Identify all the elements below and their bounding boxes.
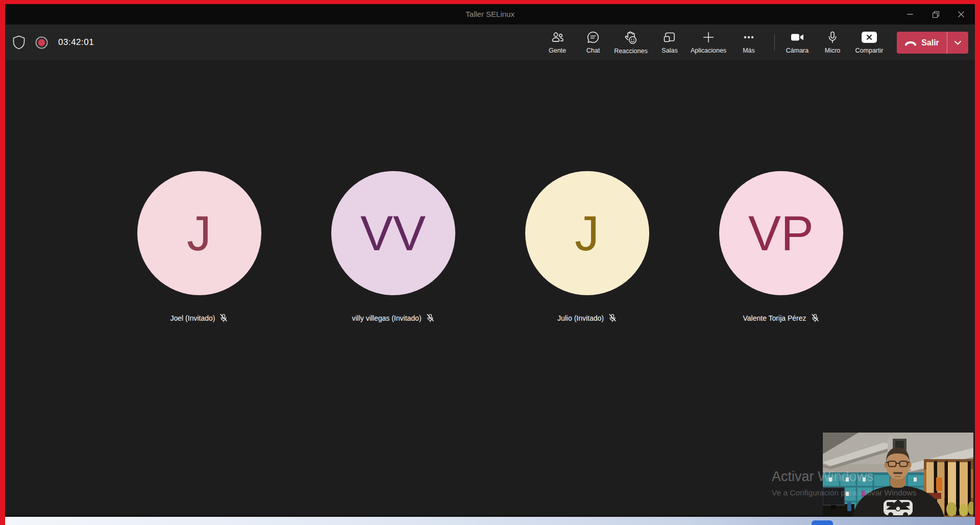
window-title: Taller SELinux — [5, 4, 975, 25]
participant-avatar: J — [525, 171, 649, 295]
leave-button-label: Salir — [921, 38, 939, 47]
mic-muted-icon — [608, 314, 617, 322]
apps-button[interactable]: Aplicaciones — [683, 25, 734, 60]
close-icon — [958, 11, 964, 17]
reactions-button-label: Reacciones — [614, 47, 647, 55]
people-button-label: Gente — [549, 47, 566, 54]
participant-name: Julio (Invitado) — [557, 314, 604, 322]
self-video[interactable] — [823, 433, 973, 517]
mic-icon — [826, 31, 839, 44]
screen-share-border — [0, 0, 5, 525]
self-video-frame — [823, 433, 973, 517]
more-button-label: Más — [743, 47, 755, 54]
meeting-toolbar: 03:42:01 Gente Chat — [5, 25, 975, 60]
meeting-status-group: 03:42:01 — [13, 25, 94, 60]
toolbar-divider — [774, 34, 775, 51]
screen-share-border — [0, 0, 980, 4]
chat-button[interactable]: Chat — [578, 25, 608, 60]
rooms-button[interactable]: Salas — [654, 25, 685, 60]
participant-name-row: Valente Torija Pérez — [743, 314, 819, 322]
hang-up-icon — [904, 40, 917, 46]
window-controls — [897, 4, 974, 25]
participant-name-row: villy villegas (Invitado) — [352, 314, 434, 322]
people-button[interactable]: Gente — [541, 25, 574, 60]
breakout-rooms-icon — [663, 31, 676, 44]
mic-muted-icon — [219, 314, 228, 322]
participant-name-row: Julio (Invitado) — [557, 314, 617, 322]
participant-name: Valente Torija Pérez — [743, 314, 806, 322]
restore-button[interactable] — [923, 4, 948, 25]
participant-tile[interactable]: VV villy villegas (Invitado) — [331, 171, 455, 515]
share-button-label: Compartir — [855, 47, 884, 54]
shield-icon — [13, 35, 25, 50]
participant-initials: J — [575, 209, 599, 258]
camera-icon — [790, 31, 804, 44]
stop-share-icon — [861, 31, 877, 44]
participant-initials: VV — [360, 209, 426, 258]
chat-bubble-icon — [586, 31, 600, 44]
participant-initials: VP — [748, 209, 814, 258]
close-button[interactable] — [948, 4, 974, 25]
record-dot-icon — [35, 36, 48, 49]
screen-share-border — [975, 0, 980, 525]
meeting-screen: Taller SELinux — [0, 0, 980, 525]
participant-name-row: Joel (Invitado) — [170, 314, 228, 322]
rooms-button-label: Salas — [662, 47, 677, 54]
mic-button-label: Micro — [825, 47, 841, 54]
plus-icon — [702, 31, 715, 44]
ellipsis-icon — [742, 31, 755, 44]
more-button[interactable]: Más — [734, 25, 763, 60]
meeting-timer: 03:42:01 — [58, 37, 94, 47]
participant-avatar: VP — [719, 171, 843, 295]
mic-muted-icon — [811, 314, 819, 322]
minimize-button[interactable] — [897, 4, 923, 25]
share-button[interactable]: Compartir — [846, 25, 892, 60]
minimize-icon — [907, 11, 913, 17]
mic-button[interactable]: Micro — [817, 25, 848, 60]
participant-tile[interactable]: J Julio (Invitado) — [525, 171, 649, 515]
chevron-down-icon — [954, 41, 961, 45]
participant-avatar: J — [137, 171, 261, 295]
people-icon — [551, 31, 565, 44]
participant-name: Joel (Invitado) — [170, 314, 215, 322]
hand-smiley-icon — [624, 31, 638, 44]
apps-button-label: Aplicaciones — [691, 47, 726, 54]
leave-options-button[interactable] — [947, 32, 968, 54]
taskbar-item[interactable] — [812, 520, 833, 525]
restore-icon — [933, 11, 939, 18]
chat-button-label: Chat — [586, 47, 600, 54]
reactions-button[interactable]: Reacciones — [607, 25, 654, 60]
mic-muted-icon — [426, 314, 434, 322]
participant-initials: J — [187, 209, 211, 258]
leave-split-button: Salir — [897, 32, 968, 54]
participant-avatar: VV — [331, 171, 455, 295]
desktop-taskbar-strip — [5, 517, 975, 525]
camera-button-label: Cámara — [786, 47, 808, 54]
camera-button[interactable]: Cámara — [777, 25, 818, 60]
participant-tile[interactable]: J Joel (Invitado) — [137, 171, 261, 515]
titlebar: Taller SELinux — [5, 4, 975, 25]
participant-name: villy villegas (Invitado) — [352, 314, 421, 322]
leave-button[interactable]: Salir — [897, 32, 947, 54]
